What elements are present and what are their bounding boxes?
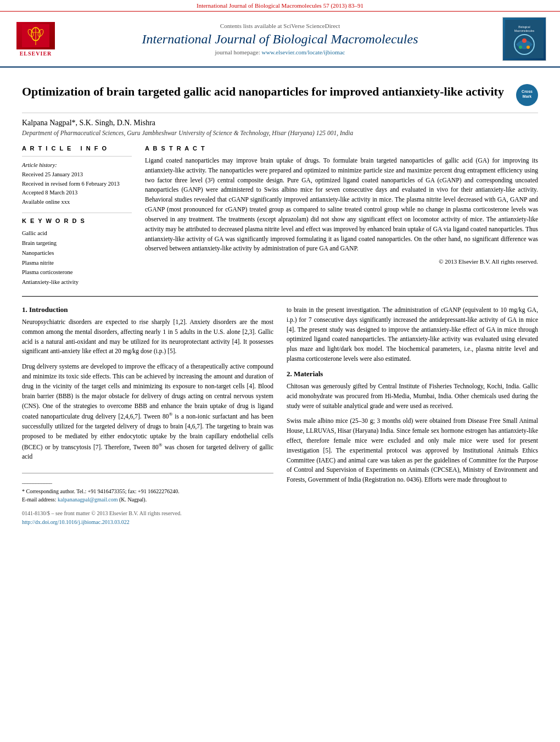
body-right-col: to brain in the present investigation. T…: [287, 305, 538, 504]
history-group: Article history: Received 25 January 201…: [22, 161, 132, 207]
journal-ref-text: International Journal of Biological Macr…: [197, 2, 363, 9]
article-info-abstract-section: A R T I C L E I N F O Article history: R…: [22, 145, 538, 287]
materials-para1: Chitosan was generously gifted by Centra…: [287, 382, 538, 411]
keyword-3: Nanoparticles: [22, 248, 132, 258]
intro-para1: Neuropsychiatric disorders are expected …: [22, 317, 273, 356]
svg-text:Macromolecules: Macromolecules: [514, 29, 535, 32]
keyword-4: Plasma nitrite: [22, 258, 132, 268]
article-info-col: A R T I C L E I N F O Article history: R…: [22, 145, 132, 287]
footnote-area: ___________ * Corresponding author. Tel.…: [22, 473, 273, 504]
keyword-5: Plasma corticosterone: [22, 267, 132, 277]
svg-point-10: [522, 38, 527, 43]
history-label: Article history:: [22, 161, 132, 170]
section-divider: [22, 296, 538, 297]
svg-text:Cross: Cross: [522, 90, 533, 93]
received-date: Received 25 January 2013: [22, 170, 132, 180]
authors-line: Kalpana Nagpal*, S.K. Singh, D.N. Mishra: [22, 119, 538, 127]
elsevier-logo: ELSEVIER: [11, 22, 60, 57]
materials-para2: Swiss male albino mice (25–30 g; 3 month…: [287, 416, 538, 485]
journal-homepage: journal homepage: www.elsevier.com/locat…: [71, 49, 489, 55]
body-content: 1. Introduction Neuropsychiatric disorde…: [22, 305, 538, 504]
bottom-info-bar: 0141-8130/$ – see front matter © 2013 El…: [22, 509, 538, 527]
journal-title: International Journal of Biological Macr…: [71, 31, 489, 47]
svg-text:Mark: Mark: [523, 94, 531, 98]
available-online: Available online xxx: [22, 198, 132, 207]
contents-available-line: Contents lists available at SciVerse Sci…: [71, 23, 489, 29]
svg-point-11: [519, 46, 522, 49]
journal-cover-image: Biological Macromolecules: [500, 17, 549, 61]
copyright-line: © 2013 Elsevier B.V. All rights reserved…: [145, 258, 538, 265]
crossmark-logo: Cross Mark: [516, 84, 538, 106]
body-left-col: 1. Introduction Neuropsychiatric disorde…: [22, 305, 273, 504]
doi-line: http://dx.doi.org/10.1016/j.ijbiomac.201…: [22, 518, 538, 527]
svg-point-12: [527, 46, 530, 49]
corresponding-author: * Corresponding author. Tel.: +91 941647…: [22, 487, 273, 495]
section2-title: 2. Materials: [287, 370, 323, 378]
svg-text:Biological: Biological: [518, 25, 530, 29]
article-info-heading: A R T I C L E I N F O: [22, 145, 132, 152]
email-line: E-mail address: kalpananagpal@gmail.com …: [22, 495, 273, 504]
intro-para2: Drug delivery systems are developed to i…: [22, 362, 273, 462]
doi-link[interactable]: http://dx.doi.org/10.1016/j.ijbiomac.201…: [22, 519, 130, 525]
email-link[interactable]: kalpananagpal@gmail.com: [58, 496, 117, 503]
keyword-6: Antianxiety-like activity: [22, 277, 132, 287]
main-content: Optimization of brain targeted gallic ac…: [0, 68, 560, 538]
header-center: Contents lists available at SciVerse Sci…: [60, 23, 500, 56]
article-title: Optimization of brain targeted gallic ac…: [22, 84, 516, 100]
elsevier-logo-image: [16, 22, 55, 49]
keyword-1: Gallic acid: [22, 228, 132, 238]
keywords-heading: K E Y W O R D S: [22, 217, 132, 224]
homepage-link[interactable]: www.elsevier.com/locate/ijbiomac: [261, 49, 345, 55]
keyword-2: Brain targeting: [22, 238, 132, 248]
keywords-list: Gallic acid Brain targeting Nanoparticle…: [22, 228, 132, 287]
abstract-col: A B S T R A C T Ligand coated nanopartic…: [145, 145, 538, 287]
accepted-date: Accepted 8 March 2013: [22, 188, 132, 198]
journal-header: ELSEVIER Contents lists available at Sci…: [0, 12, 560, 68]
cover-thumbnail: Biological Macromolecules: [502, 17, 546, 61]
keywords-section: K E Y W O R D S Gallic acid Brain target…: [22, 213, 132, 287]
intro-title: 1. Introduction: [22, 305, 273, 314]
affiliation-line: Department of Pharmaceutical Sciences, G…: [22, 130, 538, 136]
section1-title: 1. Introduction: [22, 305, 68, 314]
journal-reference-bar: International Journal of Biological Macr…: [0, 0, 560, 12]
abstract-text: Ligand coated nanoparticles may improve …: [145, 156, 538, 254]
abstract-heading: A B S T R A C T: [145, 145, 538, 152]
email-suffix: (K. Nagpal).: [119, 496, 147, 503]
elsevier-name: ELSEVIER: [20, 51, 52, 57]
authors-text: Kalpana Nagpal*, S.K. Singh, D.N. Mishra: [22, 119, 155, 127]
article-title-section: Optimization of brain targeted gallic ac…: [22, 84, 538, 113]
article-history: Article history: Received 25 January 201…: [22, 156, 132, 207]
footnote-line: ___________: [22, 477, 273, 485]
intro-para-right: to brain in the present investigation. T…: [287, 305, 538, 364]
section2-title-el: 2. Materials: [287, 370, 538, 378]
issn-line: 0141-8130/$ – see front matter © 2013 El…: [22, 509, 538, 518]
received-revised-date: Received in revised form 6 February 2013: [22, 180, 132, 189]
email-label: E-mail address:: [22, 496, 56, 503]
